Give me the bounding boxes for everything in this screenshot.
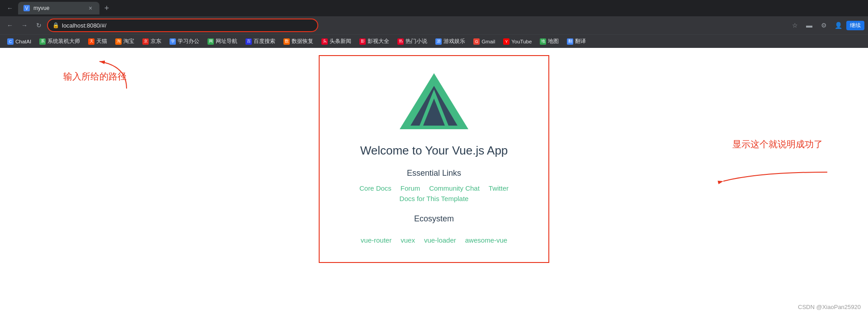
bookmark-label: YouTube	[511, 39, 532, 44]
back-nav-btn[interactable]: ←	[4, 19, 16, 32]
bookmark-item[interactable]: 地地图	[536, 37, 562, 46]
bookmark-item[interactable]: 淘淘宝	[112, 37, 138, 46]
bookmark-favicon: 热	[397, 38, 404, 45]
bookmark-label: ChatAI	[15, 39, 31, 44]
bookmark-item[interactable]: YYouTube	[500, 37, 535, 46]
labs-btn[interactable]: ⚙	[817, 19, 830, 32]
bookmark-favicon: G	[473, 38, 480, 45]
browser-chrome: ← V myvue × + ← → ↻ 🔒 localhost:8080/#/ …	[0, 0, 868, 48]
twitter-link[interactable]: Twitter	[489, 184, 509, 192]
left-annotation: 输入所给的路径	[63, 70, 127, 83]
bookmark-favicon: C	[7, 38, 14, 45]
vue-logo	[398, 70, 470, 133]
bookmark-label: 影视大全	[368, 38, 389, 45]
essential-links-row: Core Docs Forum Community Chat Twitter	[359, 184, 509, 192]
toolbar-right: ☆ ▬ ⚙ 👤 继续	[788, 19, 864, 32]
ecosystem-section: Ecosystem vue-router vuex vue-loader awe…	[361, 214, 507, 244]
tab-favicon: V	[24, 5, 30, 11]
tab-bar: ← V myvue × +	[0, 0, 868, 16]
bookmark-favicon: 京	[142, 38, 149, 45]
bookmark-item[interactable]: 学学习办公	[166, 37, 203, 46]
refresh-btn[interactable]: ↻	[33, 19, 45, 32]
bookmark-favicon: 学	[170, 38, 176, 45]
ecosystem-links-row: vue-router vuex vue-loader awesome-vue	[361, 236, 507, 244]
back-btn[interactable]: ←	[4, 2, 16, 14]
bookmark-favicon: 影	[359, 38, 366, 45]
bookmark-item[interactable]: 数数据恢复	[280, 37, 317, 46]
bookmark-label: 天猫	[96, 38, 107, 45]
new-tab-btn[interactable]: +	[101, 3, 112, 14]
bookmark-label: 地图	[548, 38, 559, 45]
url-text: localhost:8080/#/	[62, 22, 313, 29]
bookmark-item[interactable]: 京京东	[139, 37, 165, 46]
bookmark-label: 翻译	[575, 38, 586, 45]
essential-links-title: Essential Links	[407, 169, 461, 178]
forum-link[interactable]: Forum	[401, 184, 420, 192]
bookmark-favicon: 系	[39, 38, 46, 45]
bookmark-favicon: 翻	[567, 38, 573, 45]
profile-signin-btn[interactable]: 继续	[846, 21, 864, 30]
vuex-link[interactable]: vuex	[401, 236, 415, 244]
bookmark-favicon: 天	[88, 38, 94, 45]
bookmark-label: 热门小说	[406, 38, 427, 45]
bookmark-item[interactable]: 天天猫	[85, 37, 111, 46]
extensions-btn[interactable]: ▬	[803, 19, 816, 32]
bookmark-label: 网址导航	[216, 38, 237, 45]
address-bar-row: ← → ↻ 🔒 localhost:8080/#/ ☆ ▬ ⚙ 👤 继续	[0, 16, 868, 34]
bookmark-label: Gmail	[481, 39, 495, 44]
vue-app-card: Welcome to Your Vue.js App Essential Lin…	[319, 55, 549, 263]
bookmark-item[interactable]: 翻翻译	[563, 37, 590, 46]
tab-title: myvue	[33, 5, 83, 11]
bookmark-favicon: 百	[245, 38, 252, 45]
bookmark-favicon: 淘	[115, 38, 122, 45]
bookmark-label: 淘宝	[123, 38, 134, 45]
core-docs-link[interactable]: Core Docs	[359, 184, 392, 192]
main-content: 输入所给的路径 显示这个就说明成功了	[0, 48, 868, 314]
vue-loader-link[interactable]: vue-loader	[424, 236, 456, 244]
bookmark-favicon: 地	[540, 38, 546, 45]
bookmark-item[interactable]: 热热门小说	[394, 37, 431, 46]
address-bar[interactable]: 🔒 localhost:8080/#/	[47, 19, 318, 32]
account-btn[interactable]: 👤	[832, 19, 844, 32]
right-annotation: 显示这个就说明成功了	[732, 138, 823, 150]
bookmark-label: 百度搜索	[254, 38, 275, 45]
docs-template-row: Docs for This Template	[400, 195, 469, 202]
awesome-vue-link[interactable]: awesome-vue	[465, 236, 507, 244]
active-tab[interactable]: V myvue ×	[18, 2, 99, 14]
vue-router-link[interactable]: vue-router	[361, 236, 392, 244]
bookmark-favicon: Y	[503, 38, 509, 45]
docs-template-link[interactable]: Docs for This Template	[400, 195, 469, 202]
bookmark-item[interactable]: 百百度搜索	[242, 37, 279, 46]
ecosystem-title: Ecosystem	[414, 214, 454, 224]
bookmark-item[interactable]: GGmail	[470, 37, 499, 46]
bookmark-label: 学习办公	[178, 38, 199, 45]
csdn-watermark: CSDN @XiaoPan25920	[798, 304, 861, 310]
bookmark-item[interactable]: 游游戏娱乐	[432, 37, 469, 46]
bookmark-label: 系统装机大师	[47, 38, 80, 45]
bookmark-item[interactable]: 网网址导航	[204, 37, 241, 46]
bookmark-favicon: 游	[435, 38, 442, 45]
forward-nav-btn[interactable]: →	[18, 19, 31, 32]
bookmark-item[interactable]: 头头条新闻	[318, 37, 355, 46]
bookmark-label: 游戏娱乐	[443, 38, 465, 45]
bookmarks-bar: CChatAI系系统装机大师天天猫淘淘宝京京东学学习办公网网址导航百百度搜索数数…	[0, 34, 868, 48]
tab-close-btn[interactable]: ×	[87, 5, 94, 12]
bookmark-favicon: 数	[283, 38, 290, 45]
bookmark-label: 头条新闻	[330, 38, 351, 45]
bookmark-item[interactable]: 系系统装机大师	[36, 37, 84, 46]
bookmark-item[interactable]: CChatAI	[4, 37, 35, 46]
bookmark-favicon: 网	[208, 38, 214, 45]
bookmark-star-btn[interactable]: ☆	[788, 19, 801, 32]
bookmark-item[interactable]: 影影视大全	[356, 37, 393, 46]
lock-icon: 🔒	[52, 22, 59, 28]
welcome-title: Welcome to Your Vue.js App	[360, 144, 508, 158]
bookmark-label: 数据恢复	[292, 38, 313, 45]
bookmark-label: 京东	[151, 38, 161, 45]
bookmark-favicon: 头	[321, 38, 328, 45]
community-chat-link[interactable]: Community Chat	[429, 184, 480, 192]
